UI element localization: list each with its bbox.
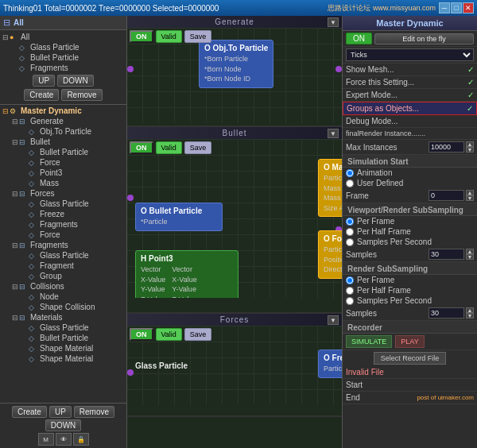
- tree-item-fragments3[interactable]: ⊟ ⊟ Fragments: [0, 240, 126, 250]
- forces-canvas[interactable]: ON Valid Save Glass Particle O Freeze Pa…: [127, 326, 342, 405]
- tree-item-node[interactable]: ◇ Node: [0, 292, 126, 302]
- tree-item-freeze[interactable]: ◇ Freeze: [0, 209, 126, 219]
- m-button[interactable]: M: [38, 433, 54, 446]
- frame-down[interactable]: ▼: [466, 195, 474, 201]
- vp-samples-up[interactable]: ▲: [466, 249, 474, 254]
- max-instances-down[interactable]: ▼: [466, 147, 474, 153]
- max-instances-input[interactable]: [429, 141, 464, 153]
- tree-item-bullet-section[interactable]: ⊟ ⊟ Bullet: [0, 137, 126, 147]
- forces-valid-btn[interactable]: Valid: [156, 328, 182, 341]
- tree-item-bullet-p2[interactable]: ◇ Bullet Particle: [0, 147, 126, 157]
- generate-save-btn[interactable]: Save: [184, 30, 212, 43]
- tree-item-materials[interactable]: ⊟ ⊟ Materials: [0, 312, 126, 322]
- node-obj-particle[interactable]: O Obj.To Particle *Born Particle*Born No…: [199, 40, 273, 88]
- vp-half-frame-radio[interactable]: [346, 228, 354, 236]
- tree-item-mass[interactable]: ◇ Mass: [0, 178, 126, 188]
- force-setting-check: ✓: [467, 78, 474, 87]
- generate-valid-btn[interactable]: Valid: [156, 30, 182, 43]
- down-button-1[interactable]: DOWN: [57, 75, 94, 87]
- generate-canvas[interactable]: ON Valid Save O Obj.To Particle *Born Pa…: [127, 28, 342, 123]
- node-bullet-particle[interactable]: O Bullet Particle *Particle: [135, 203, 223, 231]
- generate-expand[interactable]: ▼: [328, 17, 339, 27]
- tree-item-glass1[interactable]: ◇ Glass Particle: [0, 42, 126, 52]
- r-per-frame-radio[interactable]: [346, 276, 354, 284]
- max-instances-up[interactable]: ▲: [466, 141, 474, 147]
- label-forces: Forces: [30, 189, 55, 198]
- bullet-on-btn[interactable]: ON: [130, 141, 153, 154]
- tree-item-shape-mat2[interactable]: ◇ Shape Material: [0, 353, 126, 364]
- remove-button-1[interactable]: Remove: [61, 89, 102, 101]
- up-button-2[interactable]: UP: [49, 406, 72, 418]
- node-point3[interactable]: H Point3 VectorX-ValueY-ValueZ-Value Vec…: [135, 250, 238, 298]
- maximize-button[interactable]: □: [451, 2, 462, 14]
- generate-on-btn[interactable]: ON: [130, 30, 153, 43]
- tree-item-bullet-particle[interactable]: ◇ Bullet Particle: [0, 52, 126, 63]
- tree-item-generate[interactable]: ⊟ ⊟ Generate: [0, 116, 126, 126]
- play-btn[interactable]: PLAY: [395, 335, 424, 348]
- tree-item-force2[interactable]: ◇ Force: [0, 230, 126, 240]
- tree-item-shape-mat[interactable]: ◇ Shape Material: [0, 343, 126, 353]
- tree-item-bp3[interactable]: ◇ Bullet Particle: [0, 333, 126, 343]
- user-radio[interactable]: [346, 180, 354, 187]
- minimize-button[interactable]: ─: [439, 2, 450, 14]
- tree-item-all[interactable]: ⊟ ● All: [0, 32, 126, 42]
- ticks-select[interactable]: Ticks: [346, 48, 474, 61]
- tree-item-group[interactable]: ◇ Group: [0, 271, 126, 281]
- bullet-canvas[interactable]: ON Valid Save O Mass ParticleMassMass Va…: [127, 139, 342, 298]
- node-mass[interactable]: O Mass ParticleMassMass VariationSize As…: [318, 159, 342, 217]
- left-panel: ⊟ All ⊟ ● All ◇ Glass Particle ◇ Bullet …: [0, 16, 127, 448]
- r-samples-input[interactable]: [429, 307, 464, 319]
- create-button-2[interactable]: Create: [12, 406, 47, 418]
- r-samples-sec-radio[interactable]: [346, 297, 354, 305]
- vp-per-frame-radio[interactable]: [346, 218, 354, 226]
- simulate-btn[interactable]: SIMULATE: [346, 335, 392, 348]
- recorder-btns: SIMULATE PLAY: [343, 334, 477, 350]
- frame-up[interactable]: ▲: [466, 190, 474, 195]
- master-on-btn[interactable]: ON: [346, 33, 372, 44]
- tree-item-master[interactable]: ⊟ ⚙ Master Dynamic: [0, 106, 126, 116]
- bullet-save-btn[interactable]: Save: [184, 141, 212, 154]
- create-button-1[interactable]: Create: [24, 89, 59, 101]
- edit-fly-btn[interactable]: Edit on the fly: [374, 33, 474, 44]
- tree-item-point3[interactable]: ◇ Point3: [0, 168, 126, 178]
- tree-item-glass4[interactable]: ◇ Glass Particle: [0, 322, 126, 333]
- r-half-frame-radio[interactable]: [346, 287, 354, 295]
- forces-save-btn[interactable]: Save: [184, 328, 212, 341]
- down-button-2[interactable]: DOWN: [45, 419, 82, 431]
- select-file-btn[interactable]: Select Record File: [374, 352, 447, 365]
- tree-item-collisions[interactable]: ⊟ ⊟ Collisions: [0, 281, 126, 292]
- bullet-valid-btn[interactable]: Valid: [156, 141, 182, 154]
- tree-item-obj-particle[interactable]: ◇ Obj.To Particle: [0, 126, 126, 137]
- r-samples-up[interactable]: ▲: [466, 307, 474, 313]
- icon-f1: ◇: [19, 64, 30, 72]
- freeze-title: O Freeze: [324, 353, 342, 362]
- close-button[interactable]: ✕: [463, 2, 474, 14]
- eye-button[interactable]: 👁: [56, 433, 72, 446]
- forces-expand[interactable]: ▼: [328, 315, 339, 325]
- tree-item-forces-section[interactable]: ⊟ ⊟ Forces: [0, 188, 126, 199]
- tree-item-fragment[interactable]: ◇ Fragment: [0, 261, 126, 271]
- lock-button[interactable]: 🔒: [73, 433, 89, 446]
- vp-samples-down[interactable]: ▼: [466, 254, 474, 260]
- tree-item-fragments2[interactable]: ◇ Fragments: [0, 219, 126, 230]
- forces-on-btn[interactable]: ON: [130, 328, 153, 341]
- tree-item-shape-col[interactable]: ◇ Shape Collision: [0, 302, 126, 312]
- tree-container[interactable]: ⊟ ● All ◇ Glass Particle ◇ Bullet Partic…: [0, 30, 126, 403]
- node-force[interactable]: O Force ParticlePositionDirection: [318, 230, 342, 279]
- generate-header: Generate ▼: [127, 16, 342, 28]
- tree-item-force[interactable]: ◇ Force: [0, 157, 126, 168]
- frame-input[interactable]: [429, 190, 464, 201]
- remove-button-2[interactable]: Remove: [74, 406, 114, 418]
- bullet-expand[interactable]: ▼: [328, 129, 339, 138]
- tree-item-glass3[interactable]: ◇ Glass Particle: [0, 250, 126, 261]
- post-label: post of uimaker.com: [417, 394, 474, 401]
- tree-item-fragments1[interactable]: ◇ Fragments: [0, 63, 126, 73]
- vp-samples-sec-radio[interactable]: [346, 238, 354, 246]
- tree-item-glass2[interactable]: ◇ Glass Particle: [0, 199, 126, 209]
- vp-samples-input[interactable]: [429, 249, 464, 260]
- r-samples-down[interactable]: ▼: [466, 313, 474, 319]
- anim-radio[interactable]: [346, 169, 354, 177]
- node-freeze[interactable]: O Freeze Particle: [318, 350, 342, 378]
- up-button-1[interactable]: UP: [33, 75, 55, 87]
- tree-header-icon: ⊟: [3, 17, 10, 28]
